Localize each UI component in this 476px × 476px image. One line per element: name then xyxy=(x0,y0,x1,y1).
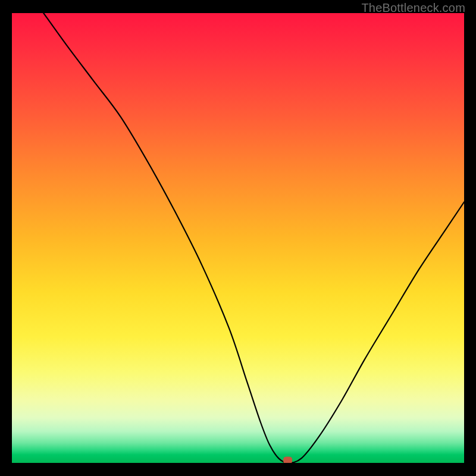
optimal-point-marker xyxy=(284,457,292,463)
plot-area xyxy=(12,13,464,463)
chart-frame: TheBottleneck.com xyxy=(0,0,476,476)
watermark-text: TheBottleneck.com xyxy=(361,1,465,15)
bottleneck-curve xyxy=(43,13,464,463)
plot-svg xyxy=(12,13,464,463)
